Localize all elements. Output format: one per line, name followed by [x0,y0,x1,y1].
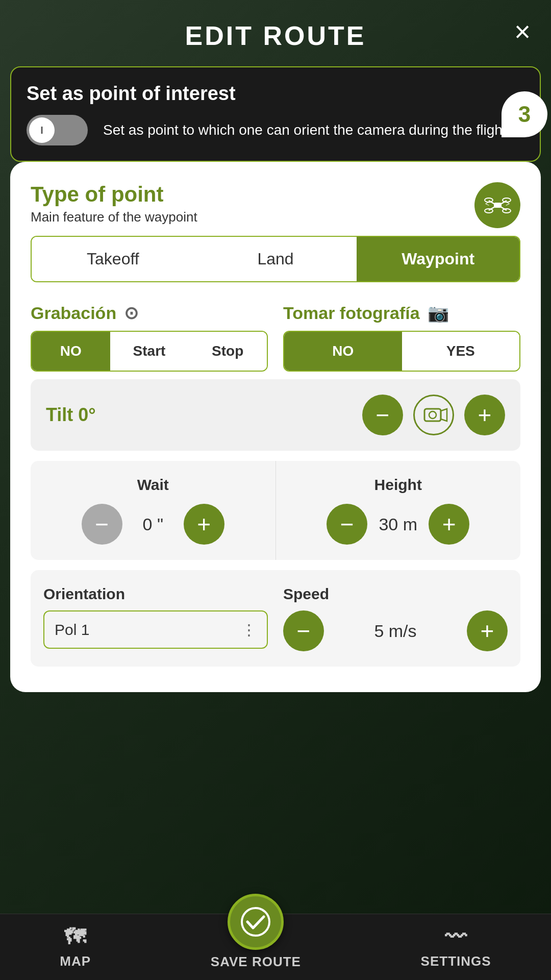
speed-label: Speed [283,585,508,603]
speed-minus-btn[interactable]: − [283,610,324,651]
type-of-point-header: Type of point Main feature of the waypoi… [31,182,520,228]
svg-marker-13 [441,409,447,421]
nav-settings[interactable]: 〰 SETTINGS [421,925,491,969]
orientation-group: Orientation Pol 1 ⋮ [43,585,268,651]
tilt-controls: − + [362,395,505,435]
svg-text:>: > [506,200,510,208]
orientation-label: Orientation [43,585,268,603]
page-title: EDIT ROUTE [185,20,366,51]
params-row: Wait − 0 " + Height − 30 m + [31,461,520,560]
tilt-icon [413,395,454,435]
orientation-value: Pol 1 [55,621,89,639]
poi-toggle[interactable]: I [27,115,88,145]
svg-point-9 [503,209,511,213]
map-icon: 🗺 [64,925,86,949]
save-route-circle [228,894,284,950]
svg-rect-12 [424,409,441,421]
photo-btns: NO YES [283,331,520,372]
grabacion-btns: NO Start Stop [31,331,268,372]
bottom-spacer [10,692,541,702]
close-button[interactable]: × [514,18,531,46]
poi-badge: 3 [502,91,547,137]
svg-point-8 [485,209,493,213]
photo-label: Tomar fotografía 📷 [283,303,520,323]
type-of-point-subtitle: Main feature of the waypoint [31,209,197,225]
tilt-plus-btn[interactable]: + [464,395,505,435]
save-route-button[interactable]: SAVE ROUTE [211,894,301,970]
grabacion-group: Grabación ⊙ NO Start Stop [31,303,268,372]
tilt-row: Tilt 0° − + [31,379,520,451]
poi-description: Set as point to which one can orient the… [103,120,524,140]
main-card: Type of point Main feature of the waypoi… [10,162,541,692]
height-label: Height [374,476,422,494]
poi-title: Set as point of interest [27,83,524,105]
speed-group: Speed − 5 m/s + [283,585,508,651]
drone-button[interactable]: < > [474,182,520,228]
type-tabs: Takeoff Land Waypoint [31,236,520,282]
poi-box: Set as point of interest I Set as point … [10,66,541,162]
height-controls: − 30 m + [289,504,508,545]
grabacion-stop-btn[interactable]: Stop [188,332,267,371]
tab-takeoff[interactable]: Takeoff [32,237,194,281]
wait-value: 0 " [133,514,173,534]
tilt-label: Tilt 0° [46,404,96,426]
wait-plus-btn[interactable]: + [184,504,224,545]
photo-yes-btn[interactable]: YES [402,332,520,371]
tab-waypoint[interactable]: Waypoint [357,237,519,281]
svg-point-0 [242,908,269,936]
camera-tilt-icon [418,400,449,430]
wait-controls: − 0 " + [43,504,263,545]
record-icon: ⊙ [124,303,138,323]
speed-value: 5 m/s [334,621,457,641]
height-group: Height − 30 m + [276,461,521,560]
action-row: Grabación ⊙ NO Start Stop Tomar fotograf… [31,303,520,372]
type-of-point-text: Type of point Main feature of the waypoi… [31,182,197,225]
grabacion-start-btn[interactable]: Start [110,332,189,371]
toggle-knob: I [29,117,55,143]
header: EDIT ROUTE × [10,0,541,66]
checkmark-icon [240,906,271,937]
settings-icon: 〰 [445,925,467,949]
camera-icon: 📷 [428,303,449,323]
wait-label: Wait [137,476,169,494]
drone-icon: < > [484,191,512,219]
type-of-point-title: Type of point [31,182,197,207]
grabacion-label: Grabación ⊙ [31,303,268,323]
svg-point-14 [429,411,436,419]
nav-map[interactable]: 🗺 MAP [60,925,91,969]
photo-group: Tomar fotografía 📷 NO YES [283,303,520,372]
bottom-navigation: 🗺 MAP SAVE ROUTE 〰 SETTINGS [0,914,551,980]
wait-minus-btn[interactable]: − [82,504,122,545]
speed-controls: − 5 m/s + [283,610,508,651]
toggle-track: I [27,115,88,145]
poi-body: I Set as point to which one can orient t… [27,115,524,145]
height-minus-btn[interactable]: − [327,504,367,545]
wait-group: Wait − 0 " + [31,461,276,560]
tab-land[interactable]: Land [194,237,357,281]
orientation-select[interactable]: Pol 1 ⋮ [43,610,268,649]
orient-speed-row: Orientation Pol 1 ⋮ Speed − 5 m/s + [31,570,520,667]
svg-text:<: < [485,200,489,208]
overlay: EDIT ROUTE × Set as point of interest I … [0,0,551,702]
grabacion-no-btn[interactable]: NO [32,332,110,371]
orient-dots-icon: ⋮ [241,621,257,639]
photo-no-btn[interactable]: NO [284,332,402,371]
orient-speed-top: Orientation Pol 1 ⋮ Speed − 5 m/s + [43,585,508,651]
height-plus-btn[interactable]: + [429,504,469,545]
speed-plus-btn[interactable]: + [467,610,508,651]
tilt-minus-btn[interactable]: − [362,395,403,435]
height-value: 30 m [378,514,418,534]
